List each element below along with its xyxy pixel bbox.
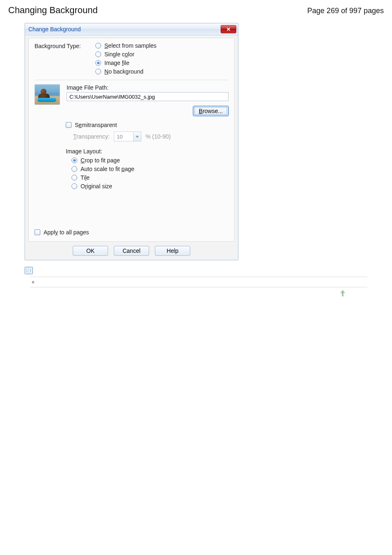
- bullet-icon: [32, 281, 34, 283]
- page-title: Changing Background: [8, 5, 98, 16]
- divider: [35, 80, 228, 80]
- transparency-label: Transparency:: [73, 133, 110, 140]
- background-type-group: Select from samples Single color Image f…: [95, 42, 157, 75]
- dialog-panel: Background Type: Select from samples Sin…: [28, 38, 235, 242]
- radio-single-color-label: Single color: [104, 51, 134, 58]
- help-button[interactable]: Help: [155, 246, 190, 256]
- radio-tile-input[interactable]: [71, 175, 77, 180]
- page-top-icon[interactable]: [339, 290, 346, 297]
- radio-tile[interactable]: Tile: [71, 174, 228, 181]
- preview-thumbnail: [35, 84, 60, 105]
- semitransparent-checkbox[interactable]: [66, 122, 71, 128]
- close-button[interactable]: [221, 25, 236, 33]
- radio-no-background-input[interactable]: [95, 69, 101, 74]
- divider: [30, 277, 367, 277]
- transparency-input: [114, 132, 133, 141]
- semitransparent-label: Semitransparent: [75, 122, 117, 128]
- radio-single-color-input[interactable]: [95, 51, 101, 57]
- book-icon[interactable]: [25, 267, 33, 274]
- radio-tile-label: Tile: [81, 174, 90, 181]
- radio-crop-to-fit-input[interactable]: [71, 157, 77, 163]
- radio-original-size-input[interactable]: [71, 183, 77, 189]
- radio-select-from-samples[interactable]: Select from samples: [95, 42, 157, 49]
- apply-to-all-pages-label: Apply to all pages: [44, 229, 89, 236]
- apply-to-all-pages-row[interactable]: Apply to all pages: [35, 229, 89, 236]
- dialog-titlebar: Change Background: [25, 23, 238, 35]
- radio-single-color[interactable]: Single color: [95, 51, 157, 58]
- close-icon: [221, 25, 236, 33]
- semitransparent-checkbox-row[interactable]: Semitransparent: [66, 122, 228, 128]
- change-background-dialog: Change Background Background Type: Selec…: [25, 23, 238, 260]
- radio-select-from-samples-label: Select from samples: [104, 42, 157, 49]
- radio-image-file[interactable]: Image file: [95, 60, 157, 66]
- radio-crop-to-fit-label: Crop to fit page: [81, 157, 120, 164]
- ok-button[interactable]: OK: [73, 246, 108, 256]
- radio-image-file-label: Image file: [104, 60, 129, 66]
- background-type-label: Background Type:: [35, 42, 84, 75]
- dialog-title: Change Background: [28, 23, 81, 35]
- radio-image-file-input[interactable]: [95, 60, 101, 66]
- image-layout-label: Image Layout:: [66, 148, 228, 155]
- radio-select-from-samples-input[interactable]: [95, 43, 101, 49]
- page-header: Changing Background Page 269 of 997 page…: [8, 5, 384, 16]
- radio-auto-scale-input[interactable]: [71, 166, 77, 172]
- radio-auto-scale[interactable]: Auto scale to fit page: [71, 166, 228, 172]
- radio-crop-to-fit[interactable]: Crop to fit page: [71, 157, 228, 164]
- cancel-button[interactable]: Cancel: [114, 246, 149, 256]
- transparency-row: Transparency: % (10-90): [73, 132, 228, 141]
- apply-to-all-pages-checkbox[interactable]: [35, 229, 40, 235]
- transparency-spinner: [114, 132, 141, 141]
- transparency-suffix: % (10-90): [145, 133, 171, 140]
- dialog-button-row: OK Cancel Help: [28, 246, 235, 256]
- image-layout-group: Crop to fit page Auto scale to fit page …: [71, 157, 228, 190]
- radio-auto-scale-label: Auto scale to fit page: [81, 166, 134, 172]
- page-indicator: Page 269 of 997 pages: [307, 7, 384, 15]
- chevron-down-icon: [133, 132, 141, 141]
- file-path-input[interactable]: [67, 92, 228, 101]
- radio-no-background-label: No background: [104, 68, 143, 75]
- radio-original-size[interactable]: Original size: [71, 183, 228, 190]
- radio-no-background[interactable]: No background: [95, 68, 157, 75]
- file-path-label: Image File Path:: [67, 84, 228, 91]
- browse-button[interactable]: Browse...: [193, 106, 228, 116]
- radio-original-size-label: Original size: [81, 183, 112, 190]
